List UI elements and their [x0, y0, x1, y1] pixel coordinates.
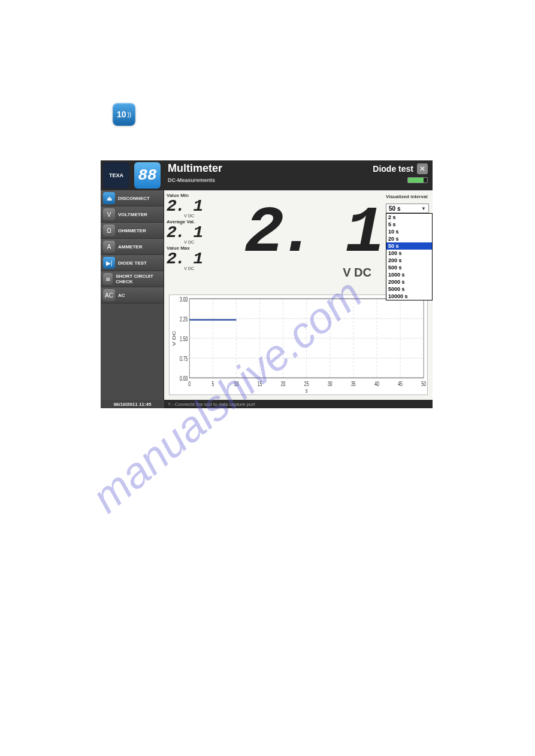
brand-logo: TEXA: [103, 162, 129, 189]
sidebar: ⏏DISCONNECTVVOLTMETERΩOHMMETERAAMMETER▶|…: [101, 190, 164, 400]
sidebar-item-label: DISCONNECT: [118, 196, 150, 201]
sidebar-item-ammeter[interactable]: AAMMETER: [101, 239, 164, 255]
body: ⏏DISCONNECTVVOLTMETERΩOHMMETERAAMMETER▶|…: [101, 190, 433, 400]
interval-option[interactable]: 5000 s: [386, 286, 432, 293]
digit-display-icon: 88: [134, 162, 161, 189]
svg-text:5: 5: [211, 381, 214, 388]
sound-waves-icon: )): [127, 111, 131, 118]
sidebar-item-label: DIODE TEST: [118, 260, 147, 266]
page-top-icon-number: 10: [117, 110, 126, 119]
sidebar-item-label: OHMMETER: [118, 228, 146, 233]
svg-text:2.25: 2.25: [180, 315, 188, 323]
short-circuit-icon: ≋: [103, 273, 113, 285]
page-top-icon: 10 )): [113, 103, 135, 126]
sidebar-item-ac[interactable]: ACAC: [101, 287, 164, 303]
sidebar-item-label: AMMETER: [118, 244, 142, 250]
ohmmeter-icon: Ω: [103, 224, 115, 236]
interval-option[interactable]: 500 s: [386, 264, 432, 271]
voltmeter-icon: V: [103, 208, 115, 220]
interval-option[interactable]: 10 s: [386, 228, 432, 235]
interval-dropdown[interactable]: 2 s5 s10 s20 s50 s100 s200 s500 s1000 s2…: [386, 213, 433, 300]
interval-option[interactable]: 2000 s: [386, 278, 432, 286]
interval-box: Visualized interval 50 s ▼ 2 s5 s10 s20 …: [385, 193, 433, 290]
sidebar-filler: [101, 303, 164, 400]
status-message: ? - Connects the tool to data capture po…: [164, 400, 433, 408]
chevron-down-icon: ▼: [421, 206, 426, 211]
main-panel: Value Min 2. 1 V DC Average Val. 2. 1 V …: [164, 190, 433, 400]
diode-icon: ▶|: [103, 257, 115, 269]
svg-text:1.50: 1.50: [180, 335, 188, 342]
app-title: Multimeter: [168, 162, 222, 175]
subtitle: DC-Measurements: [168, 177, 215, 183]
svg-text:s: s: [306, 387, 308, 394]
svg-text:V DC: V DC: [172, 330, 177, 346]
readings-row: Value Min 2. 1 V DC Average Val. 2. 1 V …: [164, 190, 433, 292]
ammeter-icon: A: [103, 241, 115, 253]
sidebar-item-short-circuit-check[interactable]: ≋SHORT CIRCUIT CHECK: [101, 271, 164, 287]
chart-area: 0.000.751.502.253.0005101520253035404550…: [164, 292, 433, 400]
sidebar-item-ohmmeter[interactable]: ΩOHMMETER: [101, 223, 164, 239]
sidebar-item-label: AC: [118, 293, 125, 298]
stat-max-unit: V DC: [167, 266, 205, 271]
svg-text:3.00: 3.00: [180, 296, 188, 303]
close-button[interactable]: ✕: [417, 163, 428, 174]
interval-option[interactable]: 100 s: [386, 250, 432, 257]
interval-select[interactable]: 50 s ▼: [386, 204, 429, 213]
svg-text:50: 50: [421, 381, 426, 388]
sidebar-item-voltmeter[interactable]: VVOLTMETER: [101, 207, 164, 223]
interval-option[interactable]: 50 s: [386, 242, 432, 250]
stat-avg-value: 2. 1: [167, 226, 205, 240]
disconnect-icon: ⏏: [103, 192, 115, 204]
big-reading: 2. 1 V DC: [205, 193, 385, 290]
app-window: TEXA 88 Multimeter Diode test ✕ DC-Measu…: [101, 160, 433, 408]
svg-text:45: 45: [398, 381, 403, 388]
sidebar-item-diode-test[interactable]: ▶|DIODE TEST: [101, 255, 164, 271]
interval-option[interactable]: 1000 s: [386, 271, 432, 278]
svg-text:0.75: 0.75: [180, 355, 188, 362]
status-bar: 06/10/2011 11:45 ? - Connects the tool t…: [101, 400, 433, 408]
svg-text:35: 35: [351, 381, 356, 388]
interval-option[interactable]: 200 s: [386, 257, 432, 264]
app-header: TEXA 88 Multimeter Diode test ✕ DC-Measu…: [101, 160, 433, 190]
interval-selected-value: 50 s: [389, 205, 400, 212]
small-stats: Value Min 2. 1 V DC Average Val. 2. 1 V …: [167, 193, 205, 290]
interval-option[interactable]: 2 s: [386, 214, 432, 221]
chart: 0.000.751.502.253.0005101520253035404550…: [169, 294, 428, 395]
logo-cell: TEXA: [101, 160, 132, 190]
status-timestamp: 06/10/2011 11:45: [101, 400, 164, 408]
svg-text:0: 0: [188, 381, 191, 388]
big-reading-value: 2. 1: [244, 204, 379, 263]
stat-max-value: 2. 1: [167, 252, 205, 266]
digit-display-cell: 88: [132, 160, 163, 190]
sidebar-item-label: VOLTMETER: [118, 212, 147, 217]
interval-option[interactable]: 10000 s: [386, 293, 432, 300]
mode-label: Diode test: [373, 164, 413, 174]
interval-option[interactable]: 5 s: [386, 221, 432, 228]
svg-text:40: 40: [374, 381, 379, 388]
stat-min-value: 2. 1: [167, 199, 205, 214]
title-area: Multimeter Diode test ✕ DC-Measurements: [163, 160, 433, 190]
battery-icon: [407, 177, 428, 183]
stat-min-unit: V DC: [167, 214, 205, 218]
svg-text:20: 20: [281, 381, 286, 388]
svg-text:10: 10: [234, 381, 239, 388]
svg-text:0.00: 0.00: [180, 375, 188, 382]
svg-text:15: 15: [258, 381, 262, 388]
svg-text:30: 30: [328, 381, 333, 388]
stat-avg-unit: V DC: [167, 240, 205, 244]
sidebar-item-disconnect[interactable]: ⏏DISCONNECT: [101, 190, 164, 207]
interval-label: Visualized interval: [386, 194, 429, 200]
ac-icon: AC: [103, 289, 115, 301]
big-reading-unit: V DC: [343, 266, 371, 280]
sidebar-item-label: SHORT CIRCUIT CHECK: [116, 274, 161, 284]
interval-option[interactable]: 20 s: [386, 235, 432, 242]
